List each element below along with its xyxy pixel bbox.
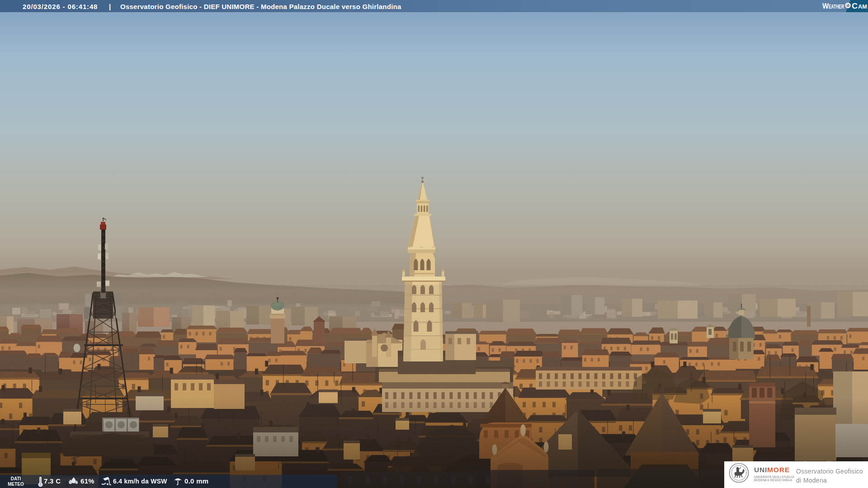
svg-text:Osservatorio Geofisico: Osservatorio Geofisico	[796, 468, 863, 475]
svg-text:UNIVERSITÀ DEGLI STUDI DI: UNIVERSITÀ DEGLI STUDI DI	[754, 475, 794, 479]
svg-text:W: W	[822, 2, 829, 10]
svg-text:EATHER: EATHER	[829, 4, 844, 10]
svg-text:UNIMORE: UNIMORE	[754, 466, 790, 474]
svg-text:di Modena: di Modena	[796, 477, 827, 484]
svg-text:MODENA E REGGIO EMILIA: MODENA E REGGIO EMILIA	[754, 479, 793, 482]
svg-text:AM: AM	[858, 4, 867, 10]
svg-text:C: C	[852, 2, 858, 10]
